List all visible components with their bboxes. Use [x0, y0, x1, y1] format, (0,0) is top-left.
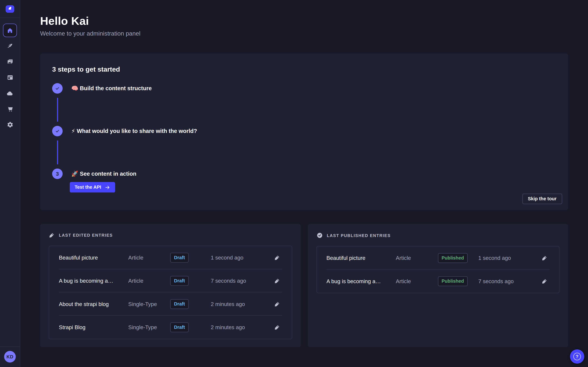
entry-timestamp: 1 second ago	[209, 254, 272, 260]
edit-entry-button[interactable]	[540, 276, 549, 286]
page-title: Hello Kai	[40, 15, 568, 27]
entries-table: Beautiful picture Article Published 1 se…	[316, 246, 560, 293]
question-icon: ?	[573, 353, 581, 360]
onboarding-step-2: ⚡ What would you like to share with the …	[52, 126, 562, 136]
sidebar: KD	[0, 0, 20, 367]
help-button[interactable]: ?	[570, 349, 584, 364]
entry-type: Single-Type	[128, 324, 170, 330]
sidebar-item-settings[interactable]	[5, 120, 14, 129]
sidebar-item-content-manager[interactable]	[5, 42, 14, 50]
entry-type: Article	[396, 278, 438, 284]
main-content: Hello Kai Welcome to your administration…	[20, 0, 588, 367]
arrow-right-icon	[104, 184, 110, 190]
status-badge: Draft	[170, 299, 189, 309]
entry-timestamp: 7 seconds ago	[209, 278, 272, 284]
panel-header: LAST EDITED ENTRIES	[49, 232, 292, 238]
table-row[interactable]: Beautiful picture Article Draft 1 second…	[59, 246, 282, 269]
step-connector	[57, 141, 58, 164]
entry-timestamp: 7 seconds ago	[477, 278, 540, 284]
step-label: 🚀 See content in action	[71, 170, 136, 177]
table-row[interactable]: A bug is becoming a… Article Published 7…	[327, 270, 549, 293]
table-row[interactable]: About the strapi blog Single-Type Draft …	[59, 292, 282, 316]
page-subtitle: Welcome to your administration panel	[40, 30, 568, 37]
edit-entry-button[interactable]	[272, 299, 282, 309]
sidebar-item-media-library[interactable]	[5, 57, 14, 66]
strapi-admin-dashboard: KD Hello Kai Welcome to your administrat…	[0, 0, 588, 367]
step-check-icon	[52, 126, 62, 136]
edit-entry-button[interactable]	[272, 253, 282, 262]
onboarding-title: 3 steps to get started	[52, 66, 562, 73]
onboarding-step-3: 3 🚀 See content in action	[52, 168, 562, 179]
entry-type: Single-Type	[128, 301, 170, 307]
panel-title: LAST EDITED ENTRIES	[59, 233, 113, 237]
entry-title: A bug is becoming a…	[59, 278, 128, 284]
sidebar-footer: KD	[0, 346, 20, 367]
entry-type: Article	[128, 278, 170, 284]
pencil-icon	[541, 278, 547, 284]
edit-entry-button[interactable]	[272, 323, 282, 332]
table-row[interactable]: Strapi Blog Single-Type Draft 2 minutes …	[59, 316, 282, 339]
edit-entry-button[interactable]	[540, 253, 549, 263]
step-label: 🧠 Build the content structure	[71, 85, 152, 92]
pencil-icon	[541, 255, 547, 261]
table-row[interactable]: Beautiful picture Article Published 1 se…	[327, 246, 549, 270]
check-circle-icon	[316, 232, 323, 238]
last-edited-panel: LAST EDITED ENTRIES Beautiful picture Ar…	[40, 224, 301, 347]
pencil-icon	[49, 232, 55, 238]
step-connector	[57, 98, 58, 122]
entries-table: Beautiful picture Article Draft 1 second…	[49, 246, 292, 339]
entry-timestamp: 2 minutes ago	[209, 301, 272, 307]
entry-title: Beautiful picture	[59, 254, 128, 260]
step-label: ⚡ What would you like to share with the …	[71, 128, 197, 134]
edit-entry-button[interactable]	[272, 276, 282, 286]
test-api-button[interactable]: Test the API	[70, 182, 115, 192]
pencil-icon	[274, 254, 280, 260]
entry-type: Article	[396, 255, 438, 261]
onboarding-card: 3 steps to get started 🧠 Build the conte…	[40, 53, 568, 210]
sidebar-item-marketplace[interactable]	[5, 105, 14, 114]
pencil-icon	[274, 301, 280, 307]
sidebar-logo-area	[0, 0, 20, 18]
sidebar-nav	[5, 42, 14, 129]
user-avatar[interactable]: KD	[4, 351, 16, 362]
entry-title: Beautiful picture	[327, 255, 396, 261]
entry-title: A bug is becoming a…	[327, 278, 396, 284]
panel-header: LAST PUBLISHED ENTRIES	[316, 232, 560, 238]
status-badge: Draft	[170, 323, 189, 332]
status-badge: Draft	[170, 253, 189, 262]
onboarding-step-1: 🧠 Build the content structure	[52, 83, 562, 94]
sidebar-item-cloud[interactable]	[5, 89, 14, 98]
entry-type: Article	[128, 254, 170, 260]
entry-title: Strapi Blog	[59, 324, 128, 330]
entry-title: About the strapi blog	[59, 301, 128, 307]
status-badge: Published	[438, 276, 468, 286]
entry-panels: LAST EDITED ENTRIES Beautiful picture Ar…	[40, 224, 568, 347]
table-row[interactable]: A bug is becoming a… Article Draft 7 sec…	[59, 269, 282, 292]
entry-timestamp: 1 second ago	[477, 255, 540, 261]
sidebar-item-content-type-builder[interactable]	[5, 73, 14, 82]
pencil-icon	[274, 324, 280, 330]
entry-timestamp: 2 minutes ago	[209, 324, 272, 330]
skip-tour-button[interactable]: Skip the tour	[522, 194, 562, 204]
panel-title: LAST PUBLISHED ENTRIES	[327, 233, 391, 238]
last-published-panel: LAST PUBLISHED ENTRIES Beautiful picture…	[308, 224, 568, 347]
step-number-badge: 3	[52, 168, 62, 179]
step-check-icon	[52, 83, 62, 94]
status-badge: Draft	[170, 276, 189, 286]
pencil-icon	[274, 278, 280, 284]
sidebar-item-home[interactable]	[3, 24, 17, 37]
status-badge: Published	[438, 253, 468, 263]
strapi-logo-icon[interactable]	[6, 5, 14, 13]
